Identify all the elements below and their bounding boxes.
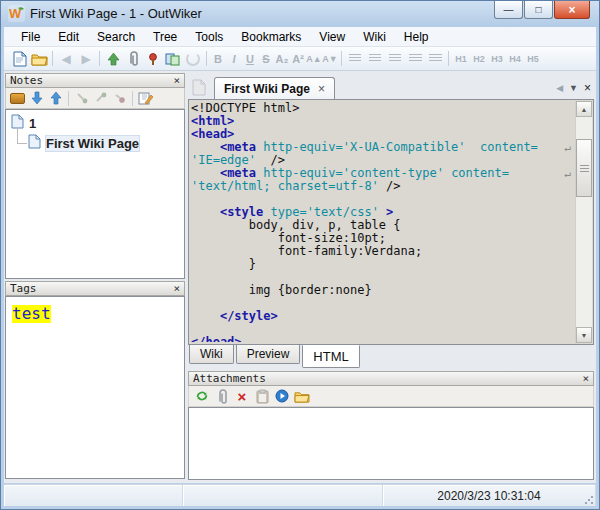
maximize-button[interactable]: □ bbox=[524, 1, 553, 19]
decrease-font-icon[interactable]: A▼ bbox=[322, 50, 338, 68]
menu-tools[interactable]: Tools bbox=[186, 27, 232, 46]
menu-search[interactable]: Search bbox=[88, 27, 144, 46]
tree-item-first-wiki-page[interactable]: First Wiki Page bbox=[6, 133, 184, 153]
scroll-up-icon[interactable]: ▲ bbox=[576, 101, 592, 117]
menu-tree[interactable]: Tree bbox=[144, 27, 186, 46]
underline-icon[interactable]: U bbox=[242, 50, 258, 68]
resize-grip[interactable] bbox=[584, 495, 593, 504]
delete-attachment-icon[interactable]: × bbox=[232, 387, 252, 405]
menu-help[interactable]: Help bbox=[395, 27, 438, 46]
tab-scroll-left-icon[interactable]: ◀ bbox=[556, 84, 563, 93]
open-tree-icon[interactable] bbox=[29, 49, 49, 69]
html-source-editor[interactable]: <!DOCTYPE html><html><head> <meta http-e… bbox=[188, 99, 594, 345]
attach-file-icon[interactable] bbox=[212, 387, 232, 405]
heading5-icon[interactable]: H5 bbox=[524, 50, 542, 68]
align-left-icon[interactable] bbox=[345, 49, 365, 69]
align-right-icon[interactable] bbox=[385, 49, 405, 69]
strikethrough-icon[interactable]: S bbox=[258, 50, 274, 68]
menu-view[interactable]: View bbox=[310, 27, 354, 46]
page-tab-close-icon[interactable]: × bbox=[318, 82, 325, 96]
tags-panel-title: Tags bbox=[10, 282, 37, 295]
list-numbers-icon[interactable] bbox=[425, 49, 445, 69]
move-page-down-icon[interactable] bbox=[27, 89, 46, 107]
scrollbar-thumb[interactable] bbox=[576, 139, 592, 197]
superscript-icon[interactable]: A² bbox=[290, 50, 306, 68]
attachments-toolbar: × bbox=[188, 386, 594, 407]
tab-html[interactable]: HTML bbox=[302, 345, 359, 368]
menu-bookmarks[interactable]: Bookmarks bbox=[232, 27, 310, 46]
toolbar-separator bbox=[52, 51, 53, 66]
tag-test[interactable]: test bbox=[12, 305, 51, 323]
align-center-icon[interactable] bbox=[365, 49, 385, 69]
refresh-attachments-icon[interactable] bbox=[192, 387, 212, 405]
italic-icon[interactable]: I bbox=[226, 50, 242, 68]
goto-root-icon[interactable] bbox=[8, 89, 27, 107]
page-icon bbox=[28, 134, 41, 152]
notebook-controls: ◀ ▼ × bbox=[556, 82, 591, 94]
tab-preview[interactable]: Preview bbox=[236, 345, 301, 364]
toolbar-separator bbox=[99, 51, 100, 66]
notes-tree: 1 First Wiki Page bbox=[5, 109, 185, 279]
main-toolbar: ◀ ▶ B I U S A₂ A² A▲ A▼ H1 bbox=[4, 47, 596, 71]
tab-wiki[interactable]: Wiki bbox=[189, 345, 234, 364]
notes-close-icon[interactable]: × bbox=[173, 75, 180, 86]
tab-close-icon[interactable]: × bbox=[584, 82, 591, 94]
window-title: First Wiki Page - 1 - OutWiker bbox=[30, 6, 202, 21]
minimize-button[interactable]: — bbox=[494, 1, 523, 19]
attach-files-icon[interactable] bbox=[123, 49, 143, 69]
tree-item-root[interactable]: 1 bbox=[6, 113, 184, 133]
paste-attachment-icon[interactable] bbox=[252, 387, 272, 405]
sort-children-ascending-icon[interactable] bbox=[91, 89, 110, 107]
tags-close-icon[interactable]: × bbox=[173, 283, 180, 294]
page-tab[interactable]: First Wiki Page × bbox=[214, 77, 335, 99]
statusbar: 2020/3/23 10:31:04 bbox=[4, 484, 596, 506]
heading4-icon[interactable]: H4 bbox=[506, 50, 524, 68]
bold-icon[interactable]: B bbox=[210, 50, 226, 68]
tab-list-icon[interactable]: ▼ bbox=[569, 84, 578, 93]
notes-panel: Notes × bbox=[5, 73, 185, 279]
tags-cloud: test bbox=[5, 296, 185, 479]
subscript-icon[interactable]: A₂ bbox=[274, 50, 290, 68]
statusbar-section bbox=[183, 485, 383, 506]
attachments-close-icon[interactable]: × bbox=[582, 373, 589, 384]
attachments-list[interactable] bbox=[188, 407, 594, 480]
tree-item-label: 1 bbox=[29, 116, 36, 131]
tree-item-label: First Wiki Page bbox=[46, 136, 139, 151]
menu-file[interactable]: File bbox=[12, 27, 49, 46]
notes-toolbar-separator bbox=[68, 91, 69, 106]
heading2-icon[interactable]: H2 bbox=[470, 50, 488, 68]
edit-page-icon[interactable] bbox=[136, 89, 155, 107]
heading1-icon[interactable]: H1 bbox=[452, 50, 470, 68]
open-attach-folder-icon[interactable] bbox=[292, 387, 312, 405]
list-bullets-icon[interactable] bbox=[405, 49, 425, 69]
back-icon[interactable]: ◀ bbox=[56, 49, 76, 69]
close-button[interactable]: × bbox=[554, 1, 590, 19]
workspace: Notes × bbox=[4, 71, 596, 483]
attachments-panel-title: Attachments bbox=[193, 372, 266, 385]
pin-icon[interactable] bbox=[143, 49, 163, 69]
remove-page-icon[interactable] bbox=[110, 89, 129, 107]
sync-icon[interactable] bbox=[183, 49, 203, 69]
reload-page-icon[interactable] bbox=[163, 49, 183, 69]
menu-edit[interactable]: Edit bbox=[49, 27, 88, 46]
toolbar-separator bbox=[341, 51, 342, 66]
editor-scrollbar[interactable]: ▲ ▼ bbox=[575, 101, 592, 343]
move-page-up-icon[interactable] bbox=[46, 89, 65, 107]
notebook-page-icon bbox=[191, 79, 206, 100]
view-mode-tabs: Wiki Preview HTML bbox=[189, 345, 362, 368]
increase-font-icon[interactable]: A▲ bbox=[306, 50, 322, 68]
sort-children-descending-icon[interactable] bbox=[72, 89, 91, 107]
scroll-down-icon[interactable]: ▼ bbox=[576, 327, 592, 343]
statusbar-datetime-section: 2020/3/23 10:31:04 bbox=[383, 485, 596, 506]
notes-toolbar-separator bbox=[132, 91, 133, 106]
goto-parent-icon[interactable] bbox=[103, 49, 123, 69]
code-area[interactable]: <!DOCTYPE html><html><head> <meta http-e… bbox=[191, 102, 573, 342]
notes-panel-header: Notes × bbox=[5, 73, 185, 88]
execute-attachment-icon[interactable] bbox=[272, 387, 292, 405]
menubar: File Edit Search Tree Tools Bookmarks Vi… bbox=[4, 27, 596, 47]
menu-wiki[interactable]: Wiki bbox=[354, 27, 395, 46]
new-page-icon[interactable] bbox=[9, 49, 29, 69]
notes-panel-title: Notes bbox=[10, 74, 43, 87]
forward-icon[interactable]: ▶ bbox=[76, 49, 96, 69]
heading3-icon[interactable]: H3 bbox=[488, 50, 506, 68]
